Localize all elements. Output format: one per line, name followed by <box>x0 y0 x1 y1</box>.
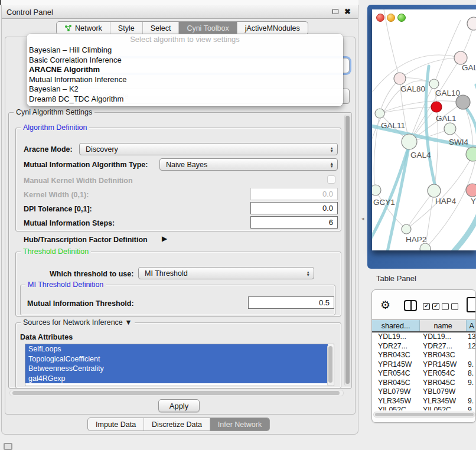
table-row[interactable]: YDR27...YDR27...12 <box>372 342 476 351</box>
tab-label: Discretize Data <box>152 420 202 429</box>
manual-kernel-checkbox[interactable] <box>327 175 335 184</box>
node-gcy1[interactable] <box>372 185 381 195</box>
scrollbar-thumb[interactable] <box>328 346 332 383</box>
table-panel: ⚙ ✔ ✔ shared... name A YDL19...YDL19...1… <box>371 289 476 423</box>
tab-style[interactable]: Style <box>110 22 143 34</box>
list-item[interactable]: BetweennessCentrality <box>25 364 328 374</box>
scrollbar-thumb[interactable] <box>345 116 350 384</box>
node-swi4[interactable] <box>444 123 456 135</box>
mi-threshold-field[interactable]: 0.5 <box>248 296 334 309</box>
data-attributes-list[interactable]: SelfLoops TopologicalCoefficient Between… <box>25 344 334 386</box>
cell-value: 9. <box>468 397 476 406</box>
node-label: HAP2 <box>406 235 426 244</box>
dropdown-item-basic-correlation[interactable]: Basic Correlation Inference <box>27 56 343 66</box>
stepper-icon: ▲▼ <box>307 270 310 276</box>
dropdown-item-mutual-information[interactable]: Mutual Information Inference <box>27 75 343 85</box>
table-row[interactable]: YER054CYER054C8. <box>372 369 476 379</box>
tab-label: Cyni Toolbox <box>187 24 229 32</box>
node-hap2[interactable] <box>402 224 411 234</box>
dropdown-item-bayesian-hill[interactable]: Bayesian – Hill Climbing <box>27 45 343 56</box>
node-gal-pink[interactable] <box>454 51 467 64</box>
tab-impute-data[interactable]: Impute Data <box>88 418 144 431</box>
dropdown-item-bayesian-k2[interactable]: Bayesian – K2 <box>27 84 343 94</box>
stepper-icon: ▲▼ <box>330 146 334 152</box>
apply-button[interactable]: Apply <box>158 399 200 412</box>
list-item[interactable]: TopologicalCoefficient <box>25 354 328 364</box>
manual-kernel-label: Manual Kernel Width Definition <box>24 177 133 185</box>
dropdown-item-aracne[interactable]: ARACNE Algorithm <box>27 65 343 75</box>
settings-horizontal-scrollbar[interactable] <box>9 390 344 396</box>
column-header-name[interactable]: name <box>420 320 467 331</box>
network-canvas[interactable]: GAL GAL80 GAL10 GAL1 GAL11 SWI4 GAL4 GCY… <box>372 9 476 250</box>
field-value: 0.5 <box>319 298 330 307</box>
mi-type-combo[interactable]: Naive Bayes ▲▼ <box>159 158 338 171</box>
combo-value: Discovery <box>86 145 118 154</box>
table-row[interactable]: YPR145WYPR145W9. <box>372 360 476 370</box>
column-header-shared[interactable]: shared... <box>372 320 420 331</box>
tab-cyni-toolbox[interactable]: Cyni Toolbox <box>179 22 237 34</box>
aracne-mode-label: Aracne Mode: <box>24 145 73 154</box>
column-header-partial[interactable]: A <box>467 320 476 331</box>
node-gal10[interactable] <box>429 79 439 89</box>
scrollbar-thumb[interactable] <box>375 413 474 416</box>
node-hap4[interactable] <box>428 184 441 197</box>
node-gal4[interactable] <box>402 134 417 149</box>
kernel-width-field[interactable]: 0.0 <box>250 188 338 200</box>
mi-threshold-label: Mutual Information Threshold: <box>27 299 134 308</box>
close-panel-icon[interactable]: ✖ <box>344 9 351 15</box>
node-salmon[interactable] <box>466 184 476 197</box>
node-bright-green[interactable] <box>466 147 476 161</box>
select-all-columns-icon[interactable]: ✔ ✔ <box>423 303 439 310</box>
table-horizontal-scrollbar[interactable] <box>373 412 475 418</box>
tab-network[interactable]: Network <box>57 22 110 34</box>
sources-title[interactable]: Sources for Network Inference ▼ <box>21 318 135 327</box>
tab-infer-network[interactable]: Infer Network <box>210 418 269 431</box>
cell-value: 9. <box>468 360 476 370</box>
export-table-icon[interactable] <box>467 297 476 312</box>
mi-steps-field[interactable]: 6 <box>250 216 338 229</box>
scrollbar-thumb[interactable] <box>12 391 340 395</box>
dropdown-item-dream8[interactable]: Dream8 DC_TDC Algorithm <box>27 94 343 105</box>
table-row[interactable]: YIL052CYIL052C9. <box>372 406 476 410</box>
deselect-all-columns-icon[interactable] <box>442 303 458 310</box>
which-threshold-combo[interactable]: MI Threshold ▲▼ <box>138 267 314 279</box>
node-gal80[interactable] <box>394 73 406 84</box>
cell-shared: YIL052C <box>372 406 420 410</box>
tab-discretize-data[interactable]: Discretize Data <box>144 418 210 431</box>
cell-shared: YLR345W <box>372 397 420 406</box>
list-item[interactable]: SelfLoops <box>25 344 328 354</box>
node-gal1-red[interactable] <box>431 102 442 112</box>
cell-value: 9. <box>468 379 476 388</box>
column-browser-icon[interactable] <box>404 300 417 311</box>
node-gal11[interactable] <box>375 109 384 118</box>
splitter-handle-icon[interactable]: ◂ <box>361 216 364 221</box>
network-nodes[interactable] <box>372 17 476 250</box>
list-item[interactable]: gal4RGexp <box>25 374 328 384</box>
collapsed-panel-icon[interactable] <box>4 443 12 450</box>
table-row[interactable]: YBL079WYBL079W <box>372 387 476 397</box>
tab-jactivemnodules[interactable]: jActiveMNodules <box>237 22 308 34</box>
cell-name: YBR045C <box>420 379 468 388</box>
cell-value: 9. <box>468 406 476 410</box>
node-partial-top[interactable] <box>467 17 476 30</box>
apply-button-label: Apply <box>169 402 189 410</box>
settings-vertical-scrollbar[interactable] <box>344 115 350 386</box>
table-row[interactable]: YLR345WYLR345W9. <box>372 397 476 406</box>
tab-label: Style <box>118 24 135 32</box>
table-row[interactable]: YBR043CYBR043C <box>372 351 476 360</box>
tab-select[interactable]: Select <box>143 22 180 34</box>
node-label: GAL80 <box>400 84 425 93</box>
float-panel-icon[interactable] <box>332 9 338 14</box>
cell-value <box>468 351 476 360</box>
hub-expand-arrow-icon[interactable]: ▶ <box>162 234 167 243</box>
node-label: GAL1 <box>436 114 457 123</box>
top-edge-strip <box>0 0 358 5</box>
aracne-mode-combo[interactable]: Discovery ▲▼ <box>79 143 338 155</box>
network-graph[interactable]: GAL GAL80 GAL10 GAL1 GAL11 SWI4 GAL4 GCY… <box>372 9 476 250</box>
node-partial-bottom[interactable] <box>420 243 431 250</box>
dpi-tolerance-field[interactable]: 0.0 <box>250 202 338 214</box>
table-row[interactable]: YDL19...YDL19...13 <box>372 332 476 342</box>
table-settings-gear-icon[interactable]: ⚙ <box>380 299 390 311</box>
list-vertical-scrollbar[interactable] <box>327 345 333 386</box>
table-row[interactable]: YBR045CYBR045C9. <box>372 379 476 388</box>
